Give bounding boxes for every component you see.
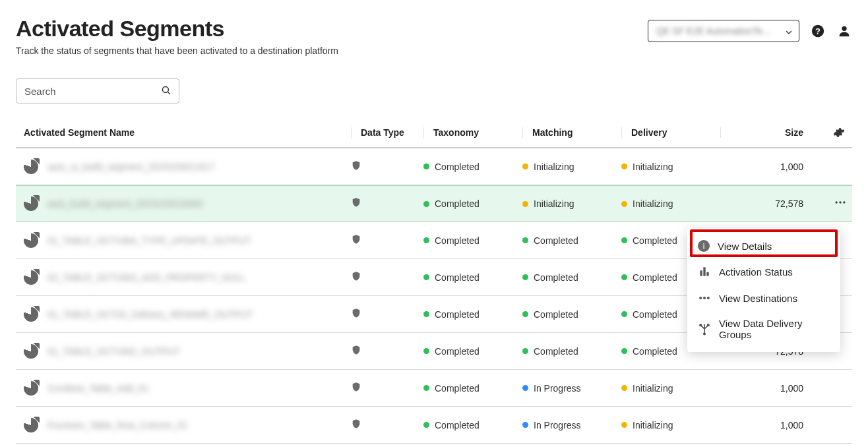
- status-dot: [522, 201, 528, 207]
- matching-status: Completed: [522, 309, 621, 320]
- menu-activation-status[interactable]: Activation Status: [687, 258, 840, 285]
- taxonomy-status: Completed: [423, 309, 522, 320]
- status-dot: [423, 422, 429, 428]
- size-cell: 1,000: [720, 162, 806, 172]
- taxonomy-status: Completed: [423, 235, 522, 246]
- nodes-icon: [698, 291, 711, 305]
- segment-name: 01_TABLE_OCT20_Delivery_RENAME_OUTPUT: [47, 309, 253, 320]
- chevron-down-icon: [786, 26, 792, 36]
- more-icon[interactable]: [834, 196, 847, 212]
- matching-status-label: Initializing: [534, 162, 574, 172]
- svg-point-2: [842, 26, 846, 31]
- segment-name: Fourteen_Table_Row_Column_01: [47, 420, 187, 430]
- gear-icon[interactable]: [831, 125, 847, 140]
- info-icon: i: [698, 240, 710, 252]
- data-type-cell: [351, 159, 423, 175]
- svg-point-11: [699, 297, 702, 299]
- matching-status: Completed: [522, 272, 621, 283]
- status-dot: [522, 422, 528, 428]
- table-row[interactable]: Combine_Table_Add_01CompletedIn Progress…: [16, 370, 852, 407]
- table-row[interactable]: auto_ui_build_segment_2023103012417Compl…: [16, 148, 852, 185]
- svg-point-13: [707, 297, 710, 299]
- col-taxonomy: Taxonomy: [423, 127, 522, 138]
- status-dot: [621, 348, 627, 354]
- bar-chart-icon: [698, 265, 711, 278]
- help-icon[interactable]: ?: [810, 23, 826, 39]
- delivery-status: Initializing: [621, 383, 720, 394]
- svg-point-3: [162, 86, 168, 92]
- menu-view-details[interactable]: i View Details: [687, 233, 840, 258]
- menu-view-destinations[interactable]: View Destinations: [687, 285, 840, 311]
- status-dot: [423, 237, 429, 243]
- data-type-cell: [351, 196, 423, 212]
- data-type-cell: [351, 380, 423, 396]
- taxonomy-status-label: Completed: [435, 198, 480, 209]
- matching-status: In Progress: [522, 420, 621, 430]
- delivery-status-label: Completed: [633, 272, 677, 283]
- taxonomy-status-label: Completed: [435, 272, 480, 283]
- status-dot: [423, 201, 429, 207]
- segment-name: auto_ui_build_segment_2023103012417: [47, 162, 215, 172]
- status-dot: [621, 274, 627, 280]
- svg-point-12: [703, 297, 706, 299]
- col-matching: Matching: [522, 127, 621, 138]
- segment-name: Combine_Table_Add_01: [47, 383, 148, 394]
- svg-point-15: [708, 324, 710, 326]
- branch-icon: [698, 322, 711, 336]
- matching-status-label: Initializing: [534, 198, 574, 209]
- segment-name: 01_TABLE_OCT1904_TYPE_UPDATE_OUTPUT: [47, 235, 251, 246]
- status-dot: [621, 422, 627, 428]
- user-icon[interactable]: [836, 23, 852, 39]
- project-selector[interactable]: QE SF E2E AutomationTe...: [648, 20, 799, 42]
- col-size: Size: [720, 127, 806, 138]
- delivery-status: Initializing: [621, 198, 720, 209]
- table-row[interactable]: auto_build_segment_2023103016493Complete…: [16, 185, 852, 222]
- matching-status-label: Completed: [534, 272, 578, 283]
- delivery-status-label: Completed: [633, 309, 677, 320]
- taxonomy-status-label: Completed: [435, 420, 480, 430]
- delivery-status: Initializing: [621, 420, 720, 430]
- matching-status: Initializing: [522, 198, 621, 209]
- pie-chart-icon: [24, 233, 38, 248]
- status-dot: [621, 201, 627, 207]
- matching-status-label: Completed: [534, 235, 578, 246]
- menu-activation-status-label: Activation Status: [719, 266, 793, 278]
- search-field[interactable]: [23, 85, 160, 98]
- delivery-status: Initializing: [621, 162, 720, 172]
- status-dot: [522, 163, 528, 169]
- svg-point-14: [704, 333, 706, 335]
- status-dot: [621, 163, 627, 169]
- status-dot: [423, 274, 429, 280]
- taxonomy-status: Completed: [423, 198, 522, 209]
- data-type-cell: [351, 417, 423, 433]
- segment-name: 01_TABLE_OCT1902_OUTPUT: [47, 346, 180, 357]
- col-name: Activated Segment Name: [21, 127, 351, 138]
- table-header: Activated Segment Name Data Type Taxonom…: [16, 118, 852, 148]
- taxonomy-status: Completed: [423, 420, 522, 430]
- taxonomy-status: Completed: [423, 162, 522, 172]
- segment-name: auto_build_segment_2023103016493: [47, 198, 202, 209]
- svg-rect-10: [706, 272, 708, 276]
- size-cell: 1,000: [720, 383, 806, 394]
- status-dot: [522, 385, 528, 391]
- delivery-status-label: Initializing: [633, 198, 673, 209]
- search-input[interactable]: [16, 78, 179, 104]
- size-cell: 72,578: [720, 198, 806, 209]
- data-type-cell: [351, 233, 423, 249]
- data-type-cell: [351, 270, 423, 285]
- svg-point-6: [839, 201, 841, 203]
- status-dot: [522, 274, 528, 280]
- data-type-cell: [351, 343, 423, 359]
- pie-chart-icon: [24, 344, 38, 359]
- svg-line-4: [168, 92, 170, 94]
- matching-status: Completed: [522, 346, 621, 357]
- delivery-status-label: Completed: [633, 346, 677, 357]
- menu-view-destinations-label: View Destinations: [719, 293, 797, 304]
- table-row[interactable]: Fourteen_Table_Row_Column_01CompletedIn …: [16, 407, 852, 444]
- menu-view-data-delivery-groups[interactable]: View Data Delivery Groups: [687, 311, 840, 347]
- menu-view-details-label: View Details: [718, 241, 772, 252]
- status-dot: [522, 348, 528, 354]
- pie-chart-icon: [24, 270, 38, 285]
- menu-view-ddg-label: View Data Delivery Groups: [719, 318, 830, 340]
- col-delivery: Delivery: [621, 127, 720, 138]
